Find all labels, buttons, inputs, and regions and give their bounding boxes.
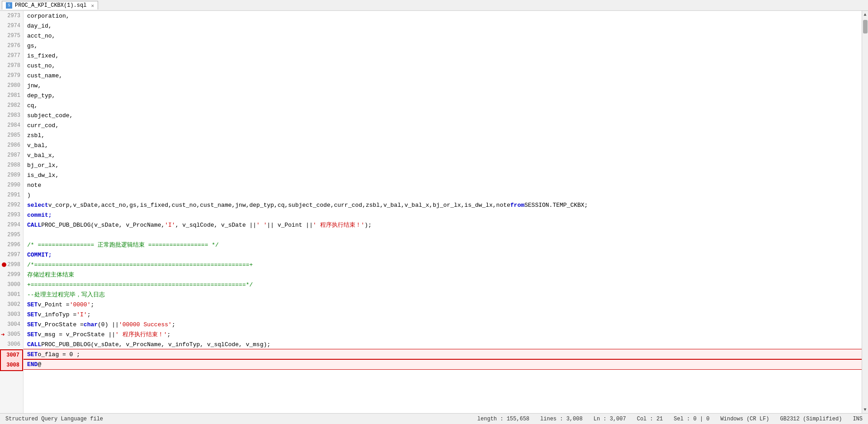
line-number-2988: 2988 — [0, 160, 23, 170]
line-number-2986: 2986 — [0, 140, 23, 150]
code-line-2988: bj_or_lx, — [24, 160, 862, 170]
code-line-2981: dep_typ, — [24, 91, 862, 100]
line-number-2989: 2989 — [0, 170, 23, 180]
line-number-3002: 3002 — [0, 300, 23, 310]
line-number-2979: 2979 — [0, 71, 23, 81]
line-number-3005: ➜3005 — [0, 329, 23, 339]
code-line-2979: cust_name, — [24, 71, 862, 81]
code-line-2975: acct_no, — [24, 31, 862, 41]
line-number-2974: 2974 — [0, 21, 23, 31]
line-number-2985: 2985 — [0, 130, 23, 140]
code-line-2989: is_dw_lx, — [24, 170, 862, 180]
tab-close-button[interactable]: ✕ — [91, 3, 94, 9]
code-line-2991: ) — [24, 190, 862, 200]
line-number-2997: 2997 — [0, 250, 23, 260]
code-line-2984: curr_cod, — [24, 120, 862, 130]
status-sel: Sel : 0 | 0 — [674, 416, 709, 422]
status-col: Col : 21 — [637, 416, 663, 422]
code-line-3006: CALL PROC_PUB_DBLOG(v_sDate, v_ProcName,… — [24, 339, 862, 349]
code-line-2973: corporation, — [24, 11, 862, 21]
line-number-2992: 2992 — [0, 200, 23, 210]
code-line-2980: jnw, — [24, 81, 862, 91]
line-number-3006: 3006 — [0, 339, 23, 349]
code-line-2996: /* ================ 正常跑批逻辑结束 ===========… — [24, 240, 862, 250]
line-number-2996: 2996 — [0, 240, 23, 250]
line-number-2975: 2975 — [0, 31, 23, 41]
line-number-2981: 2981 — [0, 91, 23, 100]
code-line-2999: 存储过程主体结束 — [24, 270, 862, 280]
code-line-2997: COMMIT; — [24, 250, 862, 260]
line-number-2995: 2995 — [0, 230, 23, 240]
code-line-2992: select v_corp,v_sDate,acct_no,gs,is_fixe… — [24, 200, 862, 210]
line-number-2973: 2973 — [0, 11, 23, 21]
code-line-3003: SET v_infoTyp = 'I'; — [24, 310, 862, 319]
editor-container: 2973297429752976297729782979298029812982… — [0, 11, 868, 413]
scroll-down-arrow[interactable]: ▼ — [862, 406, 868, 413]
line-number-2980: 2980 — [0, 81, 23, 91]
code-line-3000: +=======================================… — [24, 280, 862, 290]
code-line-3008: END@ — [24, 359, 862, 369]
status-right: length : 155,658 lines : 3,008 Ln : 3,00… — [477, 416, 863, 422]
title-tab[interactable]: S PROC_A_KPI_CKBX(1).sql ✕ — [2, 1, 98, 10]
status-file-type: Structured Query Language file — [5, 416, 103, 422]
scrollbar[interactable]: ▲ ▼ — [862, 11, 868, 413]
title-bar: S PROC_A_KPI_CKBX(1).sql ✕ — [0, 0, 868, 11]
line-number-2990: 2990 — [0, 180, 23, 190]
line-number-2983: 2983 — [0, 110, 23, 120]
red-box-line-numbers: 30073008 — [0, 349, 23, 371]
code-line-2995 — [24, 230, 862, 240]
line-number-2982: 2982 — [0, 100, 23, 110]
code-line-3005: SET v_msg = v_ProcState || ' 程序执行结束！' ; — [24, 329, 862, 339]
line-number-3001: 3001 — [0, 290, 23, 300]
code-line-2990: note — [24, 180, 862, 190]
code-line-2983: subject_code, — [24, 110, 862, 120]
scroll-thumb[interactable] — [863, 20, 868, 33]
status-ins: INS — [853, 416, 863, 422]
line-number-3007: 3007 — [1, 350, 22, 360]
line-number-2984: 2984 — [0, 120, 23, 130]
code-line-2994: CALL PROC_PUB_DBLOG(v_sDate, v_ProcName,… — [24, 220, 862, 230]
line-number-2976: 2976 — [0, 41, 23, 51]
line-number-3000: 3000 — [0, 280, 23, 290]
code-line-2985: zsbl, — [24, 130, 862, 140]
code-line-3007: SET o_flag = 0 ; — [24, 349, 862, 359]
status-bar: Structured Query Language file length : … — [0, 413, 868, 424]
code-line-2987: v_bal_x, — [24, 150, 862, 160]
line-number-2999: 2999 — [0, 270, 23, 280]
code-line-2977: is_fixed, — [24, 51, 862, 61]
breakpoint-indicator — [2, 262, 6, 267]
code-line-3004: SET v_ProcState = char(0) || '00000 Succ… — [24, 319, 862, 329]
code-area[interactable]: corporation, day_id, acct_no, gs, is_fix… — [24, 11, 862, 413]
status-position: Ln : 3,007 — [594, 416, 626, 422]
code-line-3001: --处理主过程完毕，写入日志 — [24, 290, 862, 300]
code-line-2976: gs, — [24, 41, 862, 51]
status-lines: lines : 3,008 — [540, 416, 583, 422]
line-number-3003: 3003 — [0, 310, 23, 319]
code-line-2978: cust_no, — [24, 61, 862, 71]
code-line-2986: v_bal, — [24, 140, 862, 150]
code-line-2982: cq, — [24, 100, 862, 110]
code-line-2974: day_id, — [24, 21, 862, 31]
file-icon: S — [6, 2, 12, 9]
code-line-3002: SET v_Point = '0000'; — [24, 300, 862, 310]
status-line-ending: Windows (CR LF) — [721, 416, 769, 422]
line-number-2977: 2977 — [0, 51, 23, 61]
tab-label: PROC_A_KPI_CKBX(1).sql — [15, 2, 86, 9]
line-numbers: 2973297429752976297729782979298029812982… — [0, 11, 24, 413]
line-number-2991: 2991 — [0, 190, 23, 200]
status-encoding: GB2312 (Simplified) — [780, 416, 842, 422]
line-number-2994: 2994 — [0, 220, 23, 230]
code-line-2993: commit; — [24, 210, 862, 220]
line-number-2998: 2998 — [0, 260, 23, 270]
arrow-indicator: ➜ — [1, 331, 5, 338]
line-number-2978: 2978 — [0, 61, 23, 71]
line-number-2993: 2993 — [0, 210, 23, 220]
line-number-2987: 2987 — [0, 150, 23, 160]
line-number-3004: 3004 — [0, 319, 23, 329]
status-length: length : 155,658 — [477, 416, 529, 422]
scroll-up-arrow[interactable]: ▲ — [862, 11, 868, 18]
code-line-2998: /*======================================… — [24, 260, 862, 270]
line-number-3008: 3008 — [1, 360, 22, 370]
